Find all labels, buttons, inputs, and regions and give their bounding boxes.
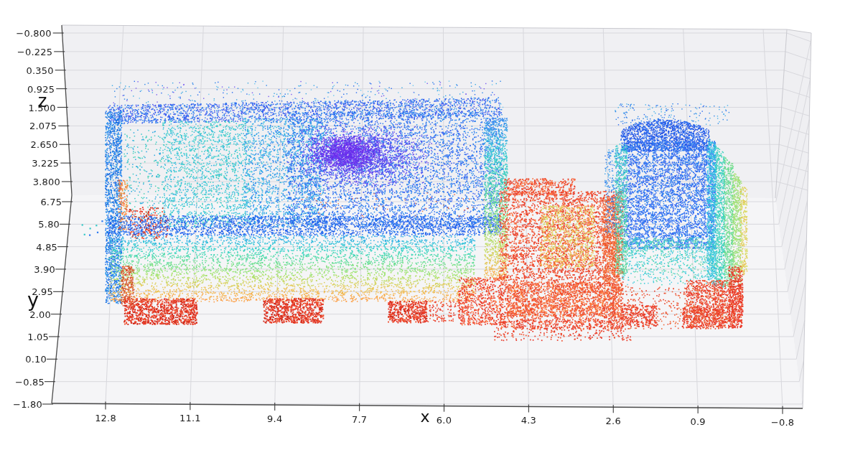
x-tick-label: 4.3: [521, 415, 536, 426]
z-tick-label: 2.650: [31, 139, 58, 150]
x-tick-label: −0.8: [771, 417, 794, 428]
y-tick-label: 4.85: [36, 241, 57, 252]
z-axis-label: z: [38, 93, 47, 110]
y-tick-label: 1.05: [27, 331, 49, 342]
y-tick-label: 0.10: [25, 354, 47, 365]
x-tick-label: 11.1: [179, 413, 201, 423]
y-tick-label: −0.85: [15, 376, 45, 387]
y-tick-label: 5.80: [38, 219, 60, 230]
z-tick-label: 0.350: [26, 65, 53, 75]
y-tick-label: 6.75: [40, 197, 62, 207]
point-cloud-canvas: [0, 0, 868, 473]
z-tick-label: 2.075: [29, 121, 57, 131]
x-tick-label: 0.9: [690, 416, 705, 427]
z-tick-label: 3.225: [32, 158, 59, 169]
z-tick-label: −0.225: [17, 46, 52, 57]
y-axis-label: y: [27, 290, 39, 309]
x-axis-label: x: [420, 409, 429, 425]
z-tick-label: 3.800: [33, 177, 60, 187]
3d-point-cloud-figure: −0.800−0.2250.3500.9251.5002.0752.6503.2…: [0, 0, 868, 473]
x-tick-label: 6.0: [437, 415, 452, 426]
x-tick-label: 2.6: [606, 416, 621, 426]
x-tick-label: 7.7: [352, 414, 367, 425]
z-tick-label: −0.800: [16, 28, 51, 39]
x-tick-label: 12.8: [95, 413, 116, 423]
x-tick-label: 9.4: [267, 413, 282, 424]
y-tick-label: 3.90: [34, 263, 55, 274]
y-tick-label: −1.80: [13, 398, 42, 409]
